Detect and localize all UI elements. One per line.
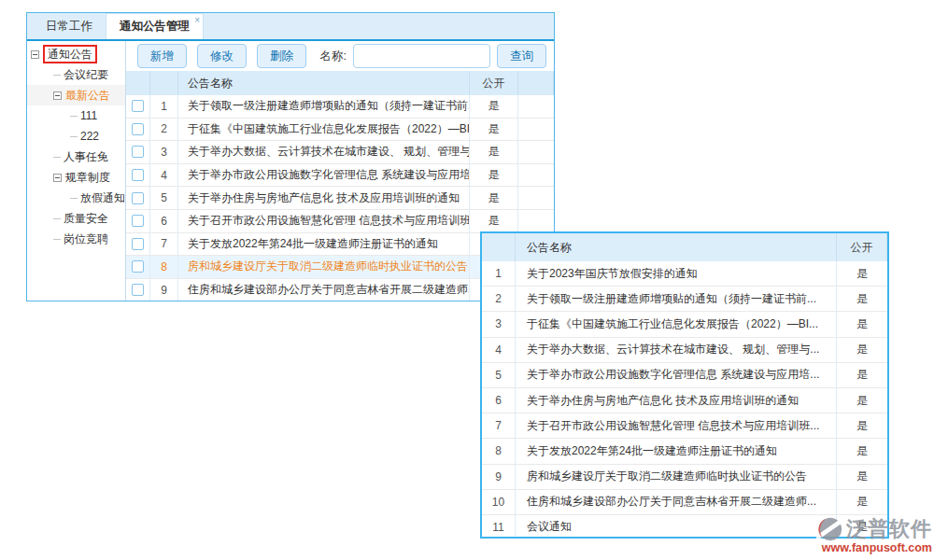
tree-node-222[interactable]: 222 xyxy=(27,126,125,147)
popup-table-row[interactable]: 1 关于2023年国庆节放假安排的通知 是 xyxy=(482,261,887,287)
popup-table-row[interactable]: 10 住房和城乡建设部办公厅关于同意吉林省开展二级建造师... 是 xyxy=(482,490,887,515)
popup-table-row[interactable]: 3 于征集《中国建筑施工行业信息化发展报告（2022）—BI... 是 xyxy=(482,312,887,337)
header-public-cell: 公开 xyxy=(470,71,518,95)
table-header-row: 公告名称 公开 xyxy=(126,71,554,95)
delete-button[interactable]: 删除 xyxy=(257,44,306,68)
tree-node-quality-safety[interactable]: 质量安全 xyxy=(27,208,125,229)
tree-connector xyxy=(70,136,78,137)
table-row[interactable]: 5 关于举办住房与房地产信息化 技术及应用培训班的通知 是 xyxy=(126,187,554,210)
row-checkbox[interactable] xyxy=(132,238,144,250)
tab-label: 通知公告管理 xyxy=(120,19,190,35)
table-row[interactable]: 1 关于领取一级注册建造师增项贴的通知（须持一建证书前... 是 xyxy=(126,95,554,119)
collapse-icon[interactable] xyxy=(31,50,39,59)
tree-connector xyxy=(70,198,78,199)
tree-node-rules[interactable]: 规章制度 xyxy=(27,167,125,188)
popup-header-public-cell: 公开 xyxy=(837,233,887,261)
announcement-list-popup: 公告名称 公开 1 关于2023年国庆节放假安排的通知 是 2 关于领取一级注册… xyxy=(480,231,889,539)
collapse-icon[interactable] xyxy=(53,91,62,100)
edit-button[interactable]: 修改 xyxy=(197,44,247,68)
tab-notice-management[interactable]: 通知公告管理 × xyxy=(106,13,204,39)
search-button[interactable]: 查询 xyxy=(497,44,546,68)
tab-daily-work[interactable]: 日常工作 xyxy=(33,13,106,39)
tree-node-holiday-notice[interactable]: 放假通知 xyxy=(27,188,125,208)
row-checkbox[interactable] xyxy=(132,100,144,112)
table-row[interactable]: 6 关于召开市政公用设施智慧化管理 信息技术与应用培训班... 是 xyxy=(126,210,554,233)
popup-header-row: 公告名称 公开 xyxy=(482,233,887,261)
row-checkbox[interactable] xyxy=(132,123,144,135)
watermark-brand: 泛普软件 xyxy=(846,515,932,543)
tree-node-personnel[interactable]: 人事任免 xyxy=(27,147,125,167)
tab-bar: 日常工作 通知公告管理 × xyxy=(27,13,554,41)
table-row[interactable]: 2 于征集《中国建筑施工行业信息化发展报告（2022）—BI... 是 xyxy=(126,119,554,142)
tree-connector xyxy=(53,218,61,219)
annotation-highlight-box: 通知公告 xyxy=(43,45,97,63)
tree-node-meeting-minutes[interactable]: 会议纪要 xyxy=(27,64,125,85)
popup-header-number-cell xyxy=(482,233,516,261)
add-button[interactable]: 新增 xyxy=(137,44,187,68)
row-checkbox[interactable] xyxy=(132,284,144,296)
tree-connector xyxy=(53,75,61,76)
search-group: 名称: 查询 xyxy=(320,44,546,68)
popup-table-row[interactable]: 5 关于举办市政公用设施数字化管理信息 系统建设与应用培... 是 xyxy=(482,363,887,388)
name-label: 名称: xyxy=(320,49,347,64)
screen: 日常工作 通知公告管理 × 通知公告 会议纪要 最新公告 xyxy=(0,0,934,560)
name-input[interactable] xyxy=(353,44,490,68)
header-spacer-cell xyxy=(518,71,554,95)
collapse-icon[interactable] xyxy=(53,174,62,182)
popup-table-row[interactable]: 8 关于发放2022年第24批一级建造师注册证书的通知 是 xyxy=(482,439,887,464)
popup-table-row[interactable]: 4 关于举办大数据、云计算技术在城市建设、 规划、管理与... 是 xyxy=(482,338,887,363)
tree-node-latest-notices[interactable]: 最新公告 xyxy=(27,85,125,105)
popup-table-row[interactable]: 9 房和城乡建设厅关于取消二级建造师临时执业证书的公告 是 xyxy=(482,465,887,490)
row-checkbox[interactable] xyxy=(132,260,144,273)
tree-node-111[interactable]: 111 xyxy=(27,105,125,126)
tab-label: 日常工作 xyxy=(46,19,92,35)
close-icon[interactable]: × xyxy=(194,16,200,25)
table-row[interactable]: 3 关于举办大数据、云计算技术在城市建设、 规划、管理与... 是 xyxy=(126,141,554,164)
header-number-cell xyxy=(150,71,178,95)
popup-header-name-cell: 公告名称 xyxy=(516,233,837,261)
window-body: 通知公告 会议纪要 最新公告 111 222 xyxy=(27,41,554,301)
popup-table-row[interactable]: 6 关于举办住房与房地产信息化 技术及应用培训班的通知 是 xyxy=(482,388,887,413)
row-checkbox[interactable] xyxy=(132,169,144,181)
toolbar: 新增 修改 删除 名称: 查询 xyxy=(126,41,554,71)
header-name-cell: 公告名称 xyxy=(178,71,470,95)
tree-connector xyxy=(53,239,61,240)
tree-connector xyxy=(70,116,78,117)
popup-table-row[interactable]: 7 关于召开市政公用设施智慧化管理 信息技术与应用培训班... 是 xyxy=(482,413,887,439)
notice-management-window: 日常工作 通知公告管理 × 通知公告 会议纪要 最新公告 xyxy=(26,12,555,301)
category-tree: 通知公告 会议纪要 最新公告 111 222 xyxy=(27,41,126,301)
popup-table-row[interactable]: 2 关于领取一级注册建造师增项贴的通知（须持一建证书前... 是 xyxy=(482,287,887,312)
row-checkbox[interactable] xyxy=(132,146,144,158)
header-checkbox-cell xyxy=(126,71,150,95)
row-checkbox[interactable] xyxy=(132,215,144,227)
tree-node-notice-root[interactable]: 通知公告 xyxy=(27,44,125,64)
tree-connector xyxy=(53,157,61,158)
fanpu-logo-icon xyxy=(816,515,844,543)
row-checkbox[interactable] xyxy=(132,192,144,204)
watermark-url: www.fanpusoft.com xyxy=(816,541,932,554)
table-row[interactable]: 4 关于举办市政公用设施数字化管理信息 系统建设与应用培... 是 xyxy=(126,164,554,188)
watermark: 泛普软件 www.fanpusoft.com xyxy=(816,515,932,554)
tree-node-job-competition[interactable]: 岗位竞聘 xyxy=(27,229,125,249)
